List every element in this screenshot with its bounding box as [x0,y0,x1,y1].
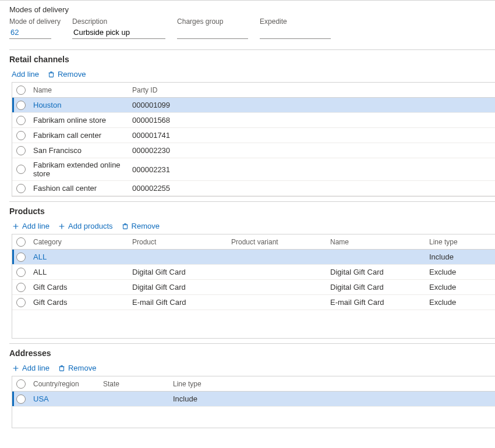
col-variant[interactable]: Product variant [228,236,327,248]
add-products-button[interactable]: Add products [58,222,113,230]
cell-state [100,397,169,401]
plus-icon [58,222,66,230]
cell-category: Gift Cards [30,296,129,309]
col-state[interactable]: State [100,378,169,390]
row-selector[interactable] [16,394,26,404]
cell-product: Digital Gift Card [129,280,228,294]
cell-party: 000001568 [129,113,210,127]
cell-name: Houston [30,98,129,112]
cell-name: Fashion call center [30,182,129,195]
cell-name: Digital Gift Card [327,280,426,294]
cell-party: 000002231 [129,163,210,176]
trash-icon [121,222,129,230]
products-grid: Category Product Product variant Name Li… [12,234,495,339]
cell-name: E-mail Gift Card [327,296,426,309]
cell-name: San Francisco [30,144,129,157]
col-name[interactable]: Name [327,236,426,248]
cell-category: Gift Cards [30,280,129,294]
add-line-button[interactable]: Add line [12,70,39,79]
addresses-title: Addresses [9,347,495,364]
row-selector[interactable] [16,268,26,277]
col-linetype[interactable]: Line type [426,236,484,248]
add-products-label: Add products [68,222,113,230]
cell-product: Digital Gift Card [129,265,228,279]
cell-variant [228,255,327,259]
addresses-section: Addresses Add line Remove Country/region… [9,343,495,428]
cell-variant [228,285,327,290]
expedite-label: Expedite [260,17,331,26]
row-selector[interactable] [16,184,26,193]
table-row[interactable]: Fabrikam call center000001741 [12,128,495,143]
products-title: Products [9,205,495,222]
row-selector[interactable] [16,283,26,292]
table-row[interactable]: Fashion call center000002255 [12,181,495,196]
add-line-button[interactable]: Add line [12,222,50,230]
mode-input[interactable] [9,26,51,39]
plus-icon [12,222,20,230]
select-all[interactable] [16,86,26,95]
cell-name: Fabrikam online store [30,113,129,127]
cell-linetype: Exclude [426,265,484,279]
table-row[interactable]: ALLInclude [12,250,495,265]
table-row[interactable]: ALLDigital Gift CardDigital Gift CardExc… [12,265,495,280]
row-selector[interactable] [16,116,26,125]
table-row[interactable]: Gift CardsE-mail Gift CardE-mail Gift Ca… [12,295,495,310]
cell-party: 000001099 [129,98,210,112]
description-label: Description [72,17,165,26]
cell-name: Digital Gift Card [327,265,426,279]
trash-icon [47,70,55,79]
svg-rect-0 [49,73,53,77]
table-row[interactable]: Gift CardsDigital Gift CardDigital Gift … [12,280,495,295]
cell-product: E-mail Gift Card [129,296,228,309]
svg-rect-1 [123,225,127,229]
col-party[interactable]: Party ID [129,84,210,97]
remove-button[interactable]: Remove [121,222,160,230]
retail-grid: Name Party ID Houston000001099Fabrikam o… [12,82,495,197]
cell-country: USA [30,392,100,406]
col-name[interactable]: Name [30,84,129,97]
table-row[interactable]: Fabrikam online store000001568 [12,113,495,128]
description-input[interactable] [72,26,165,39]
select-all[interactable] [16,237,26,247]
row-selector[interactable] [16,131,26,140]
cell-linetype: Include [169,392,239,406]
add-line-button[interactable]: Add line [12,364,50,372]
remove-button[interactable]: Remove [58,364,96,372]
cell-product [129,255,228,259]
row-selector[interactable] [16,146,26,155]
svg-rect-2 [59,367,63,371]
cell-name [327,255,426,259]
row-selector[interactable] [16,165,26,174]
addresses-grid: Country/region State Line type USAInclud… [12,376,495,428]
select-all[interactable] [16,379,26,389]
col-linetype[interactable]: Line type [169,378,239,390]
col-category[interactable]: Category [30,236,129,248]
remove-button[interactable]: Remove [47,70,86,79]
col-product[interactable]: Product [129,236,228,248]
add-line-label: Add line [22,222,50,230]
cell-variant [228,270,327,275]
row-selector[interactable] [16,253,26,262]
products-section: Products Add line Add products Remove Ca… [9,201,495,339]
col-country[interactable]: Country/region [30,378,100,390]
plus-icon [12,364,20,372]
trash-icon [58,364,66,372]
table-row[interactable]: Fabrikam extended online store000002231 [12,158,495,181]
table-row[interactable]: Houston000001099 [12,98,495,113]
cell-variant [228,300,327,305]
charges-label: Charges group [177,17,248,26]
cell-party: 000001741 [129,129,210,142]
page-title: Modes of delivery [5,4,495,17]
row-selector[interactable] [16,101,26,110]
expedite-input[interactable] [260,26,331,39]
table-row[interactable]: USAInclude [12,392,495,407]
header-fields: Mode of delivery Description Charges gro… [5,17,495,45]
add-line-label: Add line [22,364,50,372]
cell-party: 000002255 [129,182,210,195]
table-row[interactable]: San Francisco000002230 [12,143,495,158]
row-selector[interactable] [16,298,26,307]
mode-label: Mode of delivery [9,17,61,26]
cell-name: Fabrikam extended online store [30,158,129,180]
charges-input[interactable] [177,26,248,39]
remove-label: Remove [68,364,96,372]
